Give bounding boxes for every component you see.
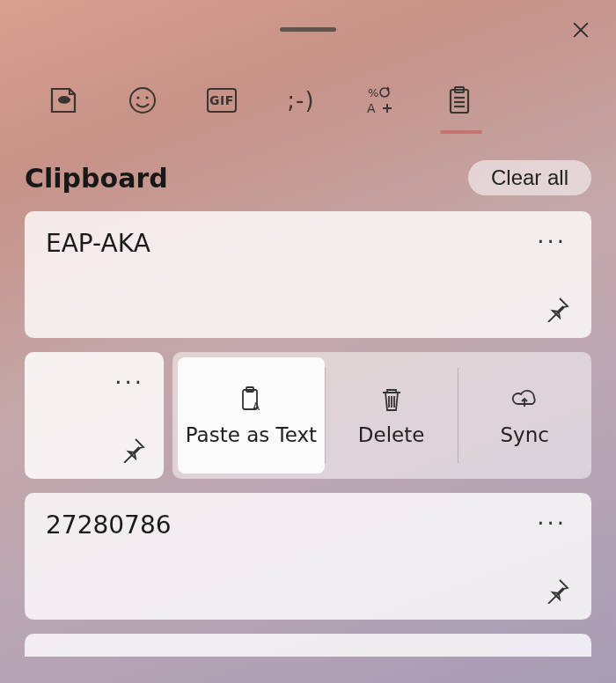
svg-point-2 [130, 88, 155, 113]
more-icon: ··· [537, 510, 567, 537]
clipboard-item-text: EAP-AKA [46, 229, 570, 258]
emoji-icon [128, 85, 158, 115]
delete-button[interactable]: Delete [325, 352, 458, 479]
action-label: Delete [358, 423, 425, 446]
more-button[interactable]: ··· [537, 510, 567, 537]
action-label: Sync [500, 423, 548, 446]
tab-strip: GIF ;-) % A [0, 65, 616, 136]
pin-icon [544, 296, 570, 322]
page-title: Clipboard [25, 163, 168, 194]
close-button[interactable] [568, 18, 593, 42]
sync-button[interactable]: Sync [458, 352, 591, 479]
tab-clipboard[interactable] [442, 81, 477, 120]
svg-text:A: A [253, 400, 260, 413]
sticker-icon [48, 85, 78, 115]
tab-stickers[interactable] [46, 81, 81, 120]
clipboard-item-partial[interactable] [25, 634, 591, 657]
tab-emoji[interactable] [125, 81, 160, 120]
more-icon: ··· [537, 229, 567, 255]
clipboard-item[interactable]: EAP-AKA ··· [25, 211, 591, 338]
tab-kaomoji[interactable]: ;-) [283, 81, 319, 120]
svg-point-4 [145, 96, 148, 99]
tab-gif[interactable]: GIF [204, 81, 239, 120]
trash-icon [377, 385, 407, 415]
gif-icon: GIF [207, 88, 237, 113]
pin-icon [120, 437, 146, 463]
svg-text:%: % [368, 86, 378, 99]
clipboard-item[interactable]: ··· [25, 352, 164, 479]
pin-icon [544, 577, 570, 604]
paste-as-text-button[interactable]: A Paste as Text [178, 357, 325, 474]
clipboard-item-text: 27280786 [46, 510, 570, 540]
svg-text:A: A [367, 101, 376, 115]
symbols-icon: % A [365, 85, 395, 115]
more-icon: ··· [114, 370, 144, 396]
cloud-sync-icon [510, 385, 539, 415]
tab-symbols[interactable]: % A [363, 81, 398, 120]
action-label: Paste as Text [186, 423, 317, 446]
item-action-bar: A Paste as Text Delete Sync [172, 352, 591, 479]
clear-all-button[interactable]: Clear all [468, 160, 591, 195]
pin-button[interactable] [544, 577, 570, 604]
more-button[interactable]: ··· [537, 229, 567, 255]
more-button[interactable]: ··· [114, 370, 144, 396]
close-icon [571, 20, 590, 40]
kaomoji-icon: ;-) [287, 87, 314, 114]
paste-text-icon: A [236, 385, 266, 415]
drag-handle[interactable] [280, 27, 336, 32]
clipboard-item[interactable]: 27280786 ··· [25, 493, 591, 620]
svg-point-3 [136, 96, 139, 99]
pin-button[interactable] [120, 437, 146, 463]
pin-button[interactable] [544, 296, 570, 322]
clipboard-icon [444, 85, 474, 115]
